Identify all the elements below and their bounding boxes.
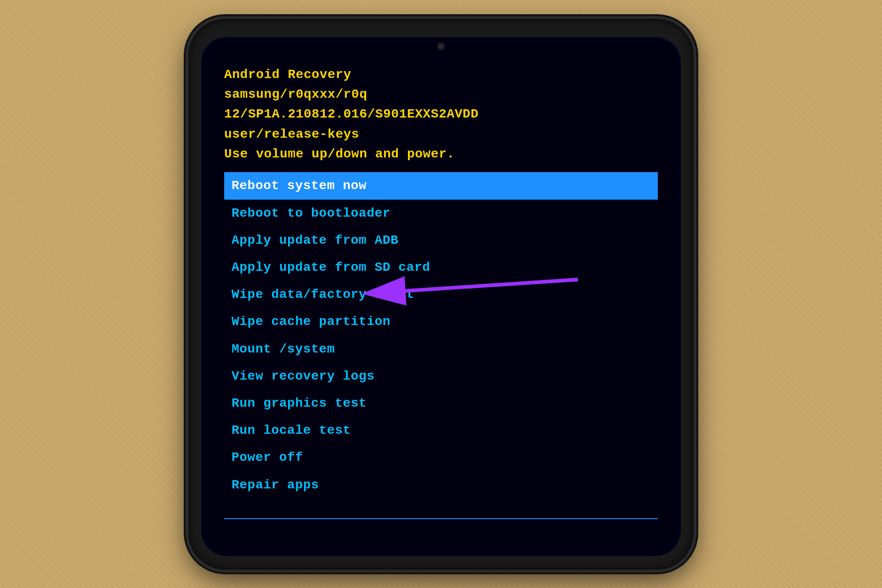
header-line4: user/release-keys bbox=[224, 124, 658, 144]
menu-item-wipe-cache[interactable]: Wipe cache partition bbox=[224, 308, 658, 335]
menu-item-wipe-factory[interactable]: Wipe data/factory reset bbox=[224, 281, 658, 308]
menu-item-apply-adb[interactable]: Apply update from ADB bbox=[224, 227, 658, 254]
header-title: Android Recovery bbox=[224, 65, 658, 84]
menu-item-reboot-bootloader[interactable]: Reboot to bootloader bbox=[224, 200, 658, 227]
menu-item-repair-apps[interactable]: Repair apps bbox=[224, 471, 658, 498]
phone-screen: Android Recovery samsung/r0qxxx/r0q 12/S… bbox=[201, 37, 681, 556]
phone-device: Android Recovery samsung/r0qxxx/r0q 12/S… bbox=[188, 19, 694, 570]
menu-item-power-off[interactable]: Power off bbox=[224, 444, 658, 471]
camera-dot bbox=[437, 43, 445, 50]
menu-item-apply-sd[interactable]: Apply update from SD card bbox=[224, 254, 658, 281]
recovery-menu: Reboot system now Reboot to bootloader A… bbox=[224, 172, 658, 537]
menu-item-run-graphics[interactable]: Run graphics test bbox=[224, 390, 658, 417]
recovery-header: Android Recovery samsung/r0qxxx/r0q 12/S… bbox=[224, 65, 658, 164]
menu-item-view-logs[interactable]: View recovery logs bbox=[224, 363, 658, 390]
screen-content: Android Recovery samsung/r0qxxx/r0q 12/S… bbox=[201, 37, 681, 556]
menu-item-run-locale[interactable]: Run locale test bbox=[224, 417, 658, 444]
menu-item-mount-system[interactable]: Mount /system bbox=[224, 336, 658, 363]
header-line5: Use volume up/down and power. bbox=[224, 144, 658, 164]
header-line3: 12/SP1A.210812.016/S901EXXS2AVDD bbox=[224, 104, 658, 124]
header-line2: samsung/r0qxxx/r0q bbox=[224, 84, 658, 104]
menu-item-reboot-system[interactable]: Reboot system now bbox=[224, 172, 658, 199]
bottom-separator bbox=[224, 518, 658, 519]
